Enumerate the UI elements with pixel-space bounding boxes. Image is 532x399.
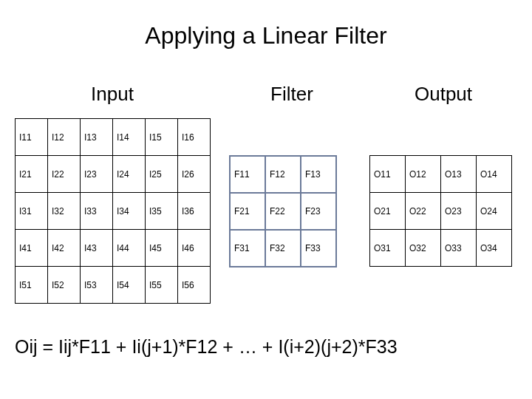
cell: I42	[48, 230, 81, 267]
table-row: I51 I52 I53 I54 I55 I56	[16, 267, 211, 304]
table-row: O21 O22 O23 O24	[370, 193, 512, 230]
input-grid: I11 I12 I13 I14 I15 I16 I21 I22 I23 I24 …	[15, 118, 211, 304]
cell: I22	[48, 156, 81, 193]
cell: I51	[16, 267, 48, 304]
cell: F21	[230, 193, 265, 230]
cell: I56	[178, 267, 211, 304]
cell: O31	[370, 230, 406, 267]
cell: I12	[48, 119, 81, 156]
table-row: I21 I22 I23 I24 I25 I26	[16, 156, 211, 193]
cell: I46	[178, 230, 211, 267]
cell: I13	[81, 119, 113, 156]
cell: F23	[301, 193, 336, 230]
cell: I54	[113, 267, 146, 304]
cell: I41	[16, 230, 48, 267]
table-row: I31 I32 I33 I34 I35 I36	[16, 193, 211, 230]
cell: O14	[477, 156, 512, 193]
cell: O12	[406, 156, 441, 193]
cell: O24	[477, 193, 512, 230]
filter-grid: F11 F12 F13 F21 F22 F23 F31 F32 F33	[229, 155, 337, 267]
cell: I14	[113, 119, 146, 156]
cell: O33	[441, 230, 477, 267]
label-output: Output	[369, 83, 517, 106]
cell: O13	[441, 156, 477, 193]
cell: I55	[146, 267, 178, 304]
cell: I45	[146, 230, 178, 267]
cell: I11	[16, 119, 48, 156]
cell: I44	[113, 230, 146, 267]
cell: I36	[178, 193, 211, 230]
cell: F13	[301, 156, 336, 193]
slide-title: Applying a Linear Filter	[0, 22, 532, 50]
cell: I15	[146, 119, 178, 156]
cell: I31	[16, 193, 48, 230]
cell: I23	[81, 156, 113, 193]
cell: I33	[81, 193, 113, 230]
slide: Applying a Linear Filter Input Filter Ou…	[0, 0, 532, 399]
label-filter: Filter	[229, 83, 355, 106]
table-row: F21 F22 F23	[230, 193, 336, 230]
cell: I32	[48, 193, 81, 230]
cell: O11	[370, 156, 406, 193]
label-input: Input	[15, 83, 210, 106]
cell: I24	[113, 156, 146, 193]
table-row: I11 I12 I13 I14 I15 I16	[16, 119, 211, 156]
cell: I43	[81, 230, 113, 267]
cell: I34	[113, 193, 146, 230]
cell: O34	[477, 230, 512, 267]
cell: F11	[230, 156, 265, 193]
cell: O21	[370, 193, 406, 230]
cell: O23	[441, 193, 477, 230]
cell: F33	[301, 230, 336, 267]
cell: O22	[406, 193, 441, 230]
cell: F12	[265, 156, 301, 193]
cell: I21	[16, 156, 48, 193]
cell: F31	[230, 230, 265, 267]
cell: F22	[265, 193, 301, 230]
table-row: F31 F32 F33	[230, 230, 336, 267]
cell: I53	[81, 267, 113, 304]
table-row: F11 F12 F13	[230, 156, 336, 193]
table-row: O31 O32 O33 O34	[370, 230, 512, 267]
cell: I26	[178, 156, 211, 193]
cell: I25	[146, 156, 178, 193]
cell: F32	[265, 230, 301, 267]
cell: I35	[146, 193, 178, 230]
table-row: O11 O12 O13 O14	[370, 156, 512, 193]
cell: I52	[48, 267, 81, 304]
equation: Oij = Iij*F11 + Ii(j+1)*F12 + … + I(i+2)…	[15, 336, 517, 358]
output-grid: O11 O12 O13 O14 O21 O22 O23 O24 O31 O32 …	[369, 155, 512, 267]
table-row: I41 I42 I43 I44 I45 I46	[16, 230, 211, 267]
cell: O32	[406, 230, 441, 267]
cell: I16	[178, 119, 211, 156]
